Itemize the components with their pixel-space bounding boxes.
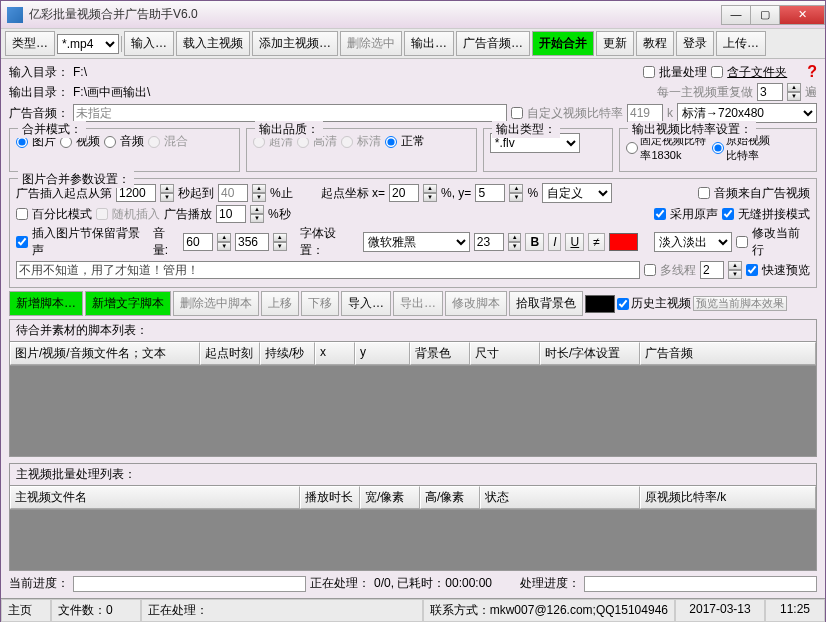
input-button[interactable]: 输入…	[124, 31, 174, 56]
custom-pos-select[interactable]: 自定义	[542, 183, 612, 203]
upload-button[interactable]: 上传…	[716, 31, 766, 56]
add-main-button[interactable]: 添加主视频…	[252, 31, 338, 56]
end-spinner[interactable]: ▲▼	[252, 184, 266, 202]
playcount-input[interactable]	[216, 205, 246, 223]
custom-bitrate-checkbox[interactable]	[511, 107, 523, 119]
modify-script-button[interactable]: 修改脚本	[445, 291, 507, 316]
load-main-button[interactable]: 载入主视频	[176, 31, 250, 56]
down-button[interactable]: 下移	[301, 291, 339, 316]
bold-button[interactable]: B	[525, 233, 544, 251]
batch-label: 批量处理	[659, 64, 707, 81]
history-checkbox[interactable]	[617, 298, 629, 310]
status-main[interactable]: 主页	[1, 599, 51, 622]
strike-button[interactable]: ≠	[588, 233, 605, 251]
vol-input[interactable]	[183, 233, 213, 251]
q-normal-radio[interactable]	[385, 136, 397, 148]
delete-selected-button[interactable]: 删除选中	[340, 31, 402, 56]
tutorial-button[interactable]: 教程	[636, 31, 674, 56]
percent-checkbox[interactable]	[16, 208, 28, 220]
window-title: 亿彩批量视频合并广告助手V6.0	[29, 6, 722, 23]
thread-spinner[interactable]: ▲▼	[728, 261, 742, 279]
proc-progress-label: 处理进度：	[520, 575, 580, 592]
script-list-body[interactable]	[10, 366, 816, 456]
repeat-spinner[interactable]: ▲▼	[787, 83, 801, 101]
subfolders-label: 含子文件夹	[727, 64, 787, 81]
ad-audio-button[interactable]: 广告音频…	[456, 31, 530, 56]
vol-spinner[interactable]: ▲▼	[217, 233, 231, 251]
orig-audio-checkbox[interactable]	[654, 208, 666, 220]
processing-value: 0/0, 已耗时：00:00:00	[374, 575, 492, 592]
start-merge-button[interactable]: 开始合并	[532, 31, 594, 56]
del-script-button[interactable]: 删除选中脚本	[173, 291, 259, 316]
fontsize-input[interactable]	[474, 233, 504, 251]
type-select[interactable]: *.mp4	[57, 34, 119, 54]
x-spinner[interactable]: ▲▼	[423, 184, 437, 202]
bitrate-input[interactable]	[627, 104, 663, 122]
titlebar: 亿彩批量视频合并广告助手V6.0 — ▢ ✕	[1, 1, 825, 29]
br-fixed-radio[interactable]	[626, 142, 638, 154]
new-script-button[interactable]: 新增脚本…	[9, 291, 83, 316]
fade-select[interactable]: 淡入淡出	[654, 232, 732, 252]
script-list-panel: 待合并素材的脚本列表： 图片/视频/音频文件名；文本 起点时刻 持续/秒 x y…	[9, 319, 817, 457]
update-button[interactable]: 更新	[596, 31, 634, 56]
main-video-list-body[interactable]	[10, 510, 816, 570]
main-video-list-panel: 主视频批量处理列表： 主视频文件名 播放时长 宽/像素 高/像素 状态 原视频比…	[9, 463, 817, 571]
main-video-list-header: 主视频文件名 播放时长 宽/像素 高/像素 状态 原视频比特率/k	[10, 486, 816, 510]
repeat-input[interactable]	[757, 83, 783, 101]
italic-button[interactable]: I	[548, 233, 561, 251]
vol2-input[interactable]	[235, 233, 269, 251]
y-input[interactable]	[475, 184, 505, 202]
login-button[interactable]: 登录	[676, 31, 714, 56]
batch-checkbox[interactable]	[643, 66, 655, 78]
fontsize-spinner[interactable]: ▲▼	[508, 233, 522, 251]
font-select[interactable]: 微软雅黑	[363, 232, 470, 252]
end-input[interactable]	[218, 184, 248, 202]
mode-mix-radio[interactable]	[148, 136, 160, 148]
import-button[interactable]: 导入…	[341, 291, 391, 316]
up-button[interactable]: 上移	[261, 291, 299, 316]
text-color-swatch[interactable]	[609, 233, 638, 251]
new-text-script-button[interactable]: 新增文字脚本	[85, 291, 171, 316]
keepbg-checkbox[interactable]	[16, 236, 28, 248]
preset-select[interactable]: 标清→720x480	[677, 103, 817, 123]
outbr-title: 输出视频比特率设置：	[628, 121, 756, 138]
y-spinner[interactable]: ▲▼	[509, 184, 523, 202]
minimize-button[interactable]: —	[721, 5, 751, 25]
type-button[interactable]: 类型…	[5, 31, 55, 56]
status-filecount: 文件数：0	[51, 599, 141, 622]
main-video-list-title: 主视频批量处理列表：	[10, 464, 816, 486]
pick-bg-button[interactable]: 拾取背景色	[509, 291, 583, 316]
preview-script-button[interactable]: 预览当前脚本效果	[693, 296, 787, 311]
output-button[interactable]: 输出…	[404, 31, 454, 56]
multithread-checkbox[interactable]	[644, 264, 656, 276]
underline-button[interactable]: U	[565, 233, 584, 251]
audio-from-ad-checkbox[interactable]	[698, 187, 710, 199]
close-button[interactable]: ✕	[779, 5, 825, 25]
vol2-spinner[interactable]: ▲▼	[273, 233, 287, 251]
modifyrow-checkbox[interactable]	[736, 236, 748, 248]
bg-color-swatch[interactable]	[585, 295, 615, 313]
output-dir-value: F:\画中画输出\	[73, 84, 653, 101]
thread-input[interactable]	[700, 261, 724, 279]
custom-bitrate-label: 自定义视频比特率	[527, 105, 623, 122]
status-contact: 联系方式：mkw007@126.com;QQ15104946	[423, 599, 675, 622]
cur-progress-bar	[73, 576, 306, 592]
script-toolbar: 新增脚本… 新增文字脚本 删除选中脚本 上移 下移 导入… 导出… 修改脚本 拾…	[9, 291, 817, 316]
br-orig-radio[interactable]	[712, 142, 724, 154]
playcount-spinner[interactable]: ▲▼	[250, 205, 264, 223]
seamless-checkbox[interactable]	[722, 208, 734, 220]
subfolders-checkbox[interactable]	[711, 66, 723, 78]
x-input[interactable]	[389, 184, 419, 202]
maximize-button[interactable]: ▢	[750, 5, 780, 25]
ad-audio-value[interactable]	[73, 104, 507, 122]
help-icon[interactable]: ?	[807, 63, 817, 81]
proc-progress-bar	[584, 576, 817, 592]
script-list-header: 图片/视频/音频文件名；文本 起点时刻 持续/秒 x y 背景色 尺寸 时长/字…	[10, 342, 816, 366]
fastpreview-checkbox[interactable]	[746, 264, 758, 276]
random-checkbox[interactable]	[96, 208, 108, 220]
start-spinner[interactable]: ▲▼	[160, 184, 174, 202]
mode-audio-radio[interactable]	[104, 136, 116, 148]
marquee-text[interactable]	[16, 261, 640, 279]
q-sd-radio[interactable]	[341, 136, 353, 148]
export-button[interactable]: 导出…	[393, 291, 443, 316]
